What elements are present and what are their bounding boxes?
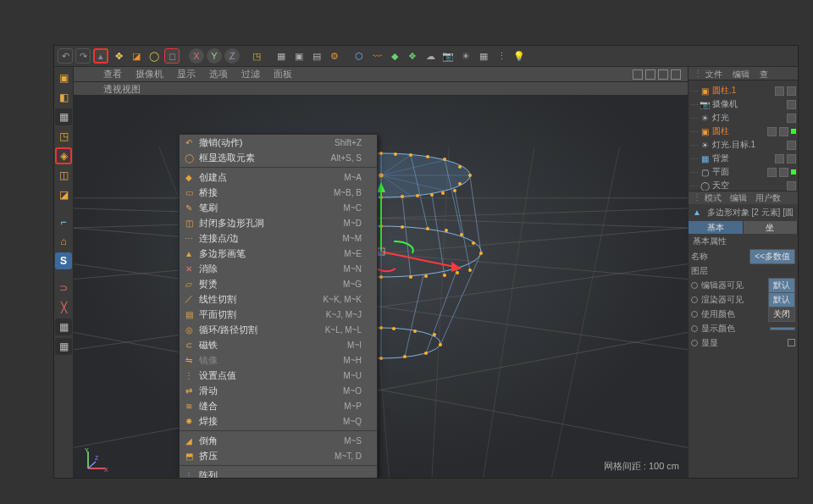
view-menu-panel[interactable]: 面板 [274,68,292,80]
object-tag[interactable] [767,127,777,136]
add-camera[interactable]: 📷 [440,48,456,64]
viewport-layout-icon[interactable] [658,69,668,80]
context-menu-item[interactable]: ▱熨烫M~G [180,276,377,291]
add-light[interactable]: ☀ [458,48,473,64]
obj-tab-file[interactable]: 文件 [700,67,727,80]
coord-system[interactable]: ◳ [249,48,264,64]
object-tag[interactable] [779,168,788,177]
object-tree-item[interactable]: ⋯📷摄像机 [690,97,796,111]
context-menu-item[interactable]: ◯框显选取元素Alt+S, S [180,150,377,165]
context-menu-item[interactable]: ✕消除M~N [180,261,377,276]
edge-mode[interactable]: ◫ [55,167,72,184]
object-tree-item[interactable]: ⋯▣圆柱.1 [690,84,796,97]
attr-subtab-coord[interactable]: 坐 [744,221,799,234]
context-menu-item[interactable]: ◫封闭多边形孔洞M~D [180,215,377,230]
object-tag[interactable] [775,154,784,163]
scale-tool[interactable]: ◪ [129,48,144,64]
render-region[interactable]: ▣ [291,48,307,64]
object-tag[interactable] [787,114,796,123]
object-tree-item[interactable]: ⋯▦背景 [690,152,796,165]
view-menu-cameras[interactable]: 摄像机 [136,68,163,80]
add-spline[interactable]: 〰 [369,48,384,64]
redo-button[interactable]: ↷ [75,48,91,64]
viewport-layout-icon[interactable] [645,69,655,80]
context-menu-item[interactable]: ／线性切割K~K, M~K [180,291,377,307]
context-menu-item[interactable]: ⬒挤压M~T, D [180,448,377,463]
polygon-mode[interactable]: ◪ [55,186,72,203]
context-menu-item[interactable]: ▭桥接M~B, B [180,185,377,200]
view-menu-display[interactable]: 显示 [177,68,196,80]
context-menu-item[interactable]: ⇄滑动M~O [180,383,377,398]
make-editable[interactable]: ▣ [55,69,72,86]
context-menu-item[interactable]: ▤平面切割K~J, M~J [180,307,377,322]
object-tag[interactable] [787,154,796,163]
snap-toggle[interactable]: S [55,252,72,269]
object-tree-item[interactable]: ⋯☀灯光.目标.1 [690,138,796,152]
obj-tab-edit[interactable]: 编辑 [727,67,755,80]
field-value[interactable]: 默认 [768,278,795,293]
object-tag[interactable] [787,141,796,150]
object-manager-tree[interactable]: ⋯▣圆柱.1⋯📷摄像机⋯☀灯光⋯▣圆柱⋯☀灯光.目标.1⋯▦背景⋯▢平面⋯◯天空 [689,80,798,191]
visibility-check-icon[interactable] [791,129,796,134]
viewport-solo[interactable]: ⌂ [55,233,72,250]
object-tree-item[interactable]: ⋯▢平面 [690,165,796,179]
model-mode[interactable]: ◧ [55,89,72,106]
object-tag[interactable] [787,86,796,96]
add-generator[interactable]: ◆ [387,48,402,64]
point-mode[interactable]: ◈ [55,147,72,164]
add-environment[interactable]: ☁ [423,48,438,64]
viewport-layout-icon[interactable] [633,69,643,80]
obj-tab-view[interactable]: 查 [755,67,773,80]
add-primitive[interactable]: ⬡ [351,48,367,64]
add-scene[interactable]: ▦ [476,48,491,64]
context-menu-item[interactable]: ▲多边形画笔M~E [180,246,377,261]
add-light2[interactable]: 💡 [512,48,527,64]
context-menu-item[interactable]: ✸焊接M~Q [180,413,377,429]
attribute-field[interactable]: 显显 [689,335,798,350]
object-tag[interactable] [787,181,796,191]
viewport-layout-icon[interactable] [671,69,681,80]
context-menu-item[interactable]: ◎循环/路径切割K~L, M~L [180,322,377,337]
view-menu-view[interactable]: 查看 [103,68,122,80]
object-tree-item[interactable]: ⋯☀灯光 [690,111,796,125]
object-tag[interactable] [787,100,796,109]
attr-tab-edit[interactable]: 编辑 [726,191,751,204]
context-menu-item[interactable]: ⋮设置点值M~U [180,368,377,383]
move-tool[interactable]: ✥ [111,48,126,64]
lock-z[interactable]: Z [224,48,240,64]
context-menu-item[interactable]: ◆创建点M~A [180,169,377,185]
perspective-viewport[interactable]: 网格间距 : 100 cm Y X Z ↶撤销(动作)Shift+Z◯框显选取元… [74,96,688,478]
add-deformer[interactable]: ❖ [405,48,420,64]
enable-snap[interactable]: ⊃ [55,280,72,296]
attribute-field[interactable]: 图层 [689,263,798,278]
render-view[interactable]: ▦ [274,48,289,64]
attribute-field[interactable]: 名称<<多数值 [689,249,798,263]
attr-subtab-basic[interactable]: 基本 [689,221,744,234]
object-tag[interactable] [767,168,777,177]
planar-workplane[interactable]: ▦ [55,338,72,355]
add-mograph[interactable]: ⋮ [494,48,509,64]
context-menu-item[interactable]: ⋯连接点/边M~M [180,230,377,246]
live-selection-tool[interactable]: ▴ [93,48,108,64]
object-tag[interactable] [779,127,788,136]
view-menu-filter[interactable]: 过滤 [241,68,260,80]
context-menu-item[interactable]: ≋缝合M~P [180,398,377,413]
lock-x[interactable]: X [189,48,204,64]
checkbox[interactable] [788,339,795,346]
recent-tool[interactable]: ◻ [164,48,180,64]
context-menu-item[interactable]: ◢倒角M~S [180,433,377,448]
object-tag[interactable] [775,86,784,96]
context-menu-item[interactable]: ⋮阵列 [180,468,377,478]
field-value[interactable] [770,327,795,330]
workplane-mode[interactable]: ◳ [55,128,72,145]
attr-tab-user[interactable]: 用户数 [751,191,785,204]
render-settings[interactable]: ⚙ [327,48,342,64]
attribute-field[interactable]: 渲染器可见默认 [689,292,798,307]
undo-button[interactable]: ↶ [58,48,73,64]
locked-workplane[interactable]: ▦ [55,318,72,335]
object-tree-item[interactable]: ⋯◯天空 [690,179,796,191]
field-value[interactable]: 默认 [768,292,795,307]
context-menu-item[interactable]: ✎笔刷M~C [180,200,377,215]
view-menu-options[interactable]: 选项 [209,68,228,80]
texture-mode[interactable]: ▦ [55,108,72,125]
